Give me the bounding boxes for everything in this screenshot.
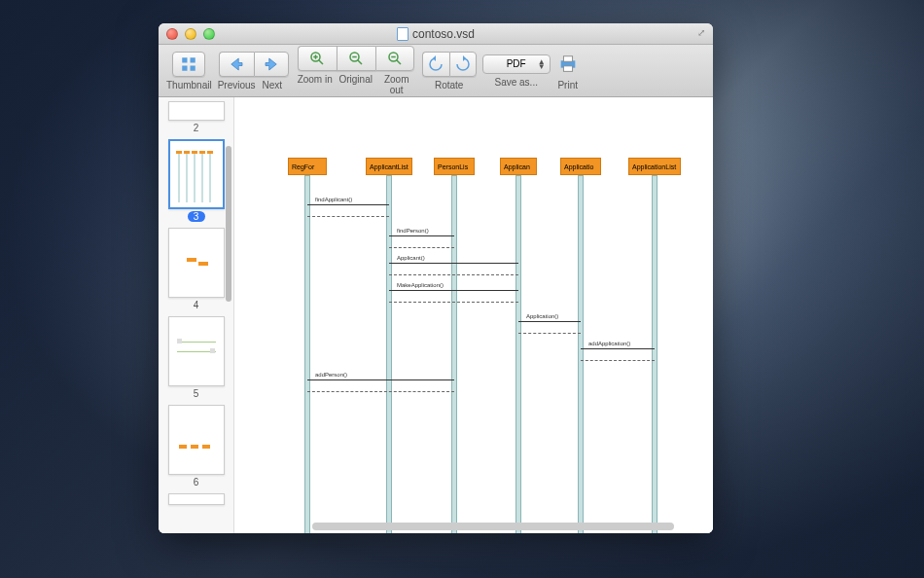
lifeline-4 xyxy=(578,175,584,533)
actor-box-2: PersonLis xyxy=(434,158,475,175)
rotate-right-button[interactable] xyxy=(449,52,477,77)
thumbnail-icon xyxy=(180,55,197,73)
rotate-left-button[interactable] xyxy=(422,52,449,77)
message-label-1: findPerson() xyxy=(397,228,429,234)
message-arrow-6 xyxy=(307,379,454,380)
thumbnail-page-4[interactable] xyxy=(168,228,225,298)
rotate-left-icon xyxy=(427,55,444,73)
save-as-label: Save as... xyxy=(494,77,537,88)
message-arrow-1 xyxy=(389,235,454,236)
nav-group: Previous Next xyxy=(218,52,290,90)
actor-box-1: ApplicantList xyxy=(366,158,412,175)
message-arrow-5 xyxy=(581,348,655,349)
print-label: Print xyxy=(557,80,578,90)
original-button[interactable] xyxy=(337,46,375,71)
titlebar[interactable]: contoso.vsd ⤢ xyxy=(159,23,713,45)
message-label-5: addApplication() xyxy=(588,341,630,346)
thumbnail-sidebar[interactable]: 2 3 4 xyxy=(159,97,234,533)
message-return-2 xyxy=(389,274,518,275)
window-title-wrap: contoso.vsd xyxy=(159,27,713,41)
message-label-6: addPerson() xyxy=(315,372,347,378)
print-group: Print xyxy=(556,52,580,90)
next-button[interactable] xyxy=(254,52,289,77)
lifeline-5 xyxy=(652,175,657,533)
print-icon[interactable] xyxy=(556,54,580,75)
thumbnail-page-5[interactable] xyxy=(168,316,225,386)
thumbnail-label-2: 2 xyxy=(159,123,233,133)
fullscreen-icon[interactable]: ⤢ xyxy=(697,27,707,37)
previous-label: Previous xyxy=(218,80,253,90)
message-return-1 xyxy=(389,247,454,248)
sidebar-scrollbar[interactable] xyxy=(226,146,231,302)
message-arrow-3 xyxy=(389,290,518,291)
message-arrow-0 xyxy=(307,204,389,205)
horizontal-scrollbar[interactable] xyxy=(312,523,674,530)
diagram-canvas[interactable]: RegForApplicantListPersonLisApplicanAppl… xyxy=(234,97,713,533)
thumbnail-label-6: 6 xyxy=(159,477,233,488)
zoom-out-label: Zoom out xyxy=(377,74,416,95)
svg-rect-1 xyxy=(191,57,195,62)
lifeline-3 xyxy=(515,175,521,533)
select-arrows-icon: ▲▼ xyxy=(538,59,546,69)
thumbnail-button[interactable] xyxy=(172,52,205,77)
previous-button[interactable] xyxy=(219,52,254,77)
zoom-in-button[interactable] xyxy=(298,46,337,71)
zoom-out-button[interactable] xyxy=(375,46,414,71)
actor-box-3: Applican xyxy=(500,158,537,175)
actor-box-5: ApplicationList xyxy=(628,158,681,175)
svg-line-5 xyxy=(319,60,324,65)
actor-box-4: Applicatio xyxy=(560,158,601,175)
zoom-out-icon xyxy=(386,50,404,67)
thumbnail-label-4: 4 xyxy=(159,300,233,310)
svg-rect-2 xyxy=(183,65,188,70)
message-label-4: Application() xyxy=(526,313,558,319)
svg-rect-15 xyxy=(563,55,572,61)
message-label-3: MakeApplication() xyxy=(397,282,444,288)
zoom-original-icon xyxy=(347,50,365,67)
message-return-0 xyxy=(307,216,389,217)
message-label-2: Applicant() xyxy=(397,255,425,261)
original-label: Original xyxy=(337,74,375,95)
message-label-0: findApplicant() xyxy=(315,197,352,202)
arrow-right-icon xyxy=(263,55,280,73)
thumbnail-page-6[interactable] xyxy=(168,405,225,475)
thumbnail-label-5: 5 xyxy=(159,388,233,399)
save-format-select[interactable]: PDF ▲▼ xyxy=(482,54,551,74)
thumbnail-label: Thumbnail xyxy=(166,80,212,90)
lifeline-1 xyxy=(386,175,392,533)
svg-line-9 xyxy=(358,60,363,65)
message-arrow-2 xyxy=(389,263,518,264)
app-window: contoso.vsd ⤢ Thumbnail Previous Next xyxy=(159,23,713,533)
svg-rect-16 xyxy=(563,65,572,71)
svg-rect-3 xyxy=(191,65,195,70)
window-title: contoso.vsd xyxy=(412,27,475,41)
next-label: Next xyxy=(255,80,290,90)
zoom-in-icon xyxy=(308,50,326,67)
save-format-value: PDF xyxy=(507,58,526,69)
content-area: 2 3 4 xyxy=(159,97,713,533)
zoom-group: Zoom in Original Zoom out xyxy=(296,46,416,95)
message-return-3 xyxy=(389,302,518,303)
message-return-5 xyxy=(581,360,655,361)
thumbnail-page-partial[interactable] xyxy=(168,101,225,121)
document-icon xyxy=(397,27,409,41)
actor-box-0: RegFor xyxy=(288,158,327,175)
lifeline-0 xyxy=(304,175,310,533)
rotate-group: Rotate xyxy=(422,52,477,90)
sequence-diagram: RegForApplicantListPersonLisApplicanAppl… xyxy=(254,97,713,514)
thumbnail-group: Thumbnail xyxy=(166,52,212,90)
thumbnail-page-partial-bottom[interactable] xyxy=(168,493,225,505)
rotate-label: Rotate xyxy=(435,80,463,90)
thumbnail-label-3: 3 xyxy=(188,211,205,222)
arrow-left-icon xyxy=(228,55,245,73)
save-group: PDF ▲▼ Save as... xyxy=(482,54,551,88)
rotate-right-icon xyxy=(454,55,472,73)
toolbar: Thumbnail Previous Next xyxy=(159,45,713,97)
svg-line-12 xyxy=(396,60,401,65)
lifeline-2 xyxy=(451,175,457,533)
thumbnail-page-3[interactable] xyxy=(168,139,225,209)
message-return-6 xyxy=(307,391,454,392)
message-return-4 xyxy=(518,333,581,334)
zoom-in-label: Zoom in xyxy=(296,74,335,95)
svg-rect-0 xyxy=(183,57,188,62)
